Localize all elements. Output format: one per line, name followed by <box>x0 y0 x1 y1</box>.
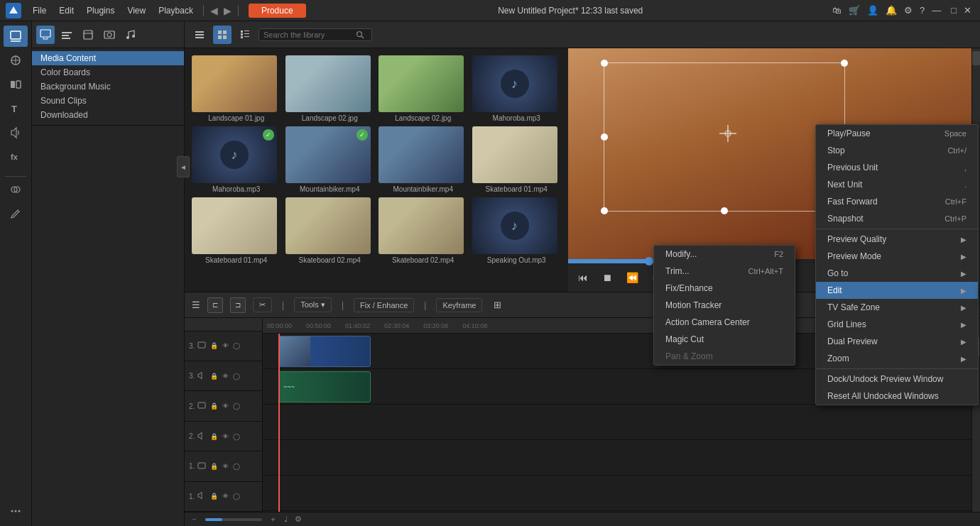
keyframe-btn[interactable]: Keyframe <box>436 298 482 312</box>
media-music-btn[interactable] <box>121 26 140 44</box>
settings-icon[interactable]: ⚙ <box>901 5 915 16</box>
pb-tv-safe[interactable]: TV Safe Zone ▶ <box>816 299 978 316</box>
transform-handle-ml[interactable] <box>601 133 608 141</box>
track-mute-1v[interactable]: ◯ <box>232 461 241 471</box>
menu-view[interactable]: View <box>121 4 151 17</box>
prev-frame-btn[interactable]: ⏮ <box>574 270 592 285</box>
track-vis-1v[interactable]: 👁 <box>220 461 230 471</box>
ctx-trim[interactable]: Trim... Ctrl+Alt+T <box>654 263 795 280</box>
menu-playback[interactable]: Playback <box>153 4 199 17</box>
scrollbar-thumb[interactable] <box>972 51 980 65</box>
sidebar-transition-icon[interactable] <box>4 74 28 95</box>
track-lock-3a[interactable]: 🔒 <box>209 371 219 381</box>
pb-preview-quality[interactable]: Preview Quality ▶ <box>816 231 978 248</box>
media-thumb-3[interactable]: ♪ Mahoroba.mp3 <box>472 55 562 122</box>
cart-icon[interactable]: 🛒 <box>846 5 863 16</box>
sidebar-edit-icon[interactable] <box>4 204 28 225</box>
track-vis-2a[interactable]: 👁 <box>220 432 230 442</box>
track-row-2a[interactable] <box>263 440 971 476</box>
media-import-btn[interactable] <box>36 26 55 44</box>
notify-icon[interactable]: 🔔 <box>883 5 900 16</box>
track-row-2v[interactable] <box>263 405 971 440</box>
store-icon[interactable]: 🛍 <box>829 5 844 16</box>
pb-stop[interactable]: Stop Ctrl+/ <box>816 142 978 159</box>
pb-preview-mode[interactable]: Preview Mode ▶ <box>816 248 978 265</box>
nav-downloaded[interactable]: Downloaded <box>32 108 184 122</box>
track-vis-3a[interactable]: 👁 <box>220 371 230 381</box>
timeline-mark-btn[interactable]: ⊐ <box>230 297 246 313</box>
media-thumb-2[interactable]: Landscape 02.jpg <box>379 55 468 122</box>
timeline-home-btn[interactable]: ⊏ <box>207 297 223 313</box>
media-thumb-4[interactable]: ♪ ✓ Mahoroba.mp3 <box>192 126 281 193</box>
track-vis-1a[interactable]: 👁 <box>220 491 230 501</box>
zoom-in-btn[interactable]: ＋ <box>269 514 277 525</box>
pb-next-unit[interactable]: Next Unit . <box>816 176 978 193</box>
list-view-btn[interactable] <box>190 26 209 44</box>
nav-color-boards[interactable]: Color Boards <box>32 65 184 80</box>
panel-collapse-btn[interactable]: ◄ <box>177 156 190 177</box>
media-thumb-6[interactable]: Mountainbiker.mp4 <box>379 126 468 193</box>
track-lock-1a[interactable]: 🔒 <box>209 491 219 501</box>
media-thumb-8[interactable]: Skateboard 01.mp4 <box>192 197 281 264</box>
ctx-modify[interactable]: Modify... F2 <box>654 246 795 263</box>
media-clip-btn[interactable] <box>79 26 97 44</box>
minimize-btn[interactable]: — <box>929 5 947 16</box>
track-row-1v[interactable] <box>263 476 971 511</box>
media-thumb-5[interactable]: ✓ Mountainbiker.mp4 <box>285 126 375 193</box>
menu-plugins[interactable]: Plugins <box>81 4 120 17</box>
sidebar-more-icon[interactable] <box>4 500 28 522</box>
transform-handle-tr[interactable] <box>841 60 848 67</box>
sidebar-audio-icon[interactable] <box>4 122 28 143</box>
track-row-1a[interactable] <box>263 511 971 512</box>
sidebar-media-icon[interactable] <box>4 26 28 47</box>
track-vis-2v[interactable]: 👁 <box>220 401 230 411</box>
search-input[interactable] <box>263 31 356 39</box>
produce-button[interactable]: Produce <box>249 4 306 18</box>
clip-3v-1[interactable] <box>278 336 371 367</box>
ctx-motion[interactable]: Motion Tracker <box>654 297 795 314</box>
pb-goto[interactable]: Go to ▶ <box>816 265 978 282</box>
close-btn[interactable]: ✕ <box>961 5 974 16</box>
fix-enhance-btn[interactable]: Fix / Enhance <box>354 298 414 312</box>
nav-back[interactable]: ◀ <box>208 5 220 16</box>
track-mute-3a[interactable]: ◯ <box>232 371 241 381</box>
sidebar-text-icon[interactable]: T <box>4 98 28 119</box>
pb-edit[interactable]: Edit ▶ <box>816 282 978 299</box>
sidebar-effects-icon[interactable] <box>4 50 28 71</box>
timeline-expand-btn[interactable]: ⊞ <box>494 300 501 310</box>
maximize-btn[interactable]: □ <box>948 5 959 16</box>
sidebar-fx-icon[interactable]: fx <box>4 146 28 168</box>
track-lock-1v[interactable]: 🔒 <box>209 461 219 471</box>
pb-dual-preview[interactable]: Dual Preview ▶ <box>816 333 978 350</box>
clip-3a-1[interactable]: ~~~ <box>278 371 371 402</box>
zoom-out-btn[interactable]: － <box>190 514 198 525</box>
ctx-fix[interactable]: Fix/Enhance <box>654 280 795 297</box>
help-icon[interactable]: ? <box>917 5 927 16</box>
zoom-slider[interactable] <box>205 518 262 521</box>
step-back-btn[interactable]: ⏪ <box>622 270 643 285</box>
media-photo-btn[interactable] <box>100 26 119 44</box>
ctx-action-cam[interactable]: Action Camera Center <box>654 314 795 331</box>
pb-prev-unit[interactable]: Previous Unit , <box>816 159 978 176</box>
menu-edit[interactable]: Edit <box>53 4 80 17</box>
pb-grid-lines[interactable]: Grid Lines ▶ <box>816 316 978 333</box>
media-thumb-9[interactable]: Skateboard 02.mp4 <box>285 197 375 264</box>
track-mute-1a[interactable]: ◯ <box>232 491 241 501</box>
media-thumb-10[interactable]: Skateboard 02.mp4 <box>379 197 468 264</box>
progress-handle[interactable] <box>645 257 653 265</box>
nav-media-content[interactable]: Media Content <box>32 51 184 65</box>
media-thumb-11[interactable]: ♪ Speaking Out.mp3 <box>472 197 562 264</box>
track-lock-3v[interactable]: 🔒 <box>209 341 219 351</box>
media-timeline-btn[interactable] <box>58 26 76 44</box>
nav-sound-clips[interactable]: Sound Clips <box>32 94 184 108</box>
account-icon[interactable]: 👤 <box>864 5 881 16</box>
nav-background-music[interactable]: Background Music <box>32 80 184 94</box>
sidebar-color-icon[interactable] <box>4 180 28 201</box>
scissors-tool[interactable]: ✂ <box>253 297 272 312</box>
menu-file[interactable]: File <box>27 4 52 17</box>
track-lock-2v[interactable]: 🔒 <box>209 401 219 411</box>
track-mute-2a[interactable]: ◯ <box>232 432 241 442</box>
pb-zoom[interactable]: Zoom ▶ <box>816 350 978 367</box>
pb-dock-undock[interactable]: Dock/Undock Preview Window <box>816 371 978 388</box>
track-vis-3v[interactable]: 👁 <box>220 341 230 351</box>
